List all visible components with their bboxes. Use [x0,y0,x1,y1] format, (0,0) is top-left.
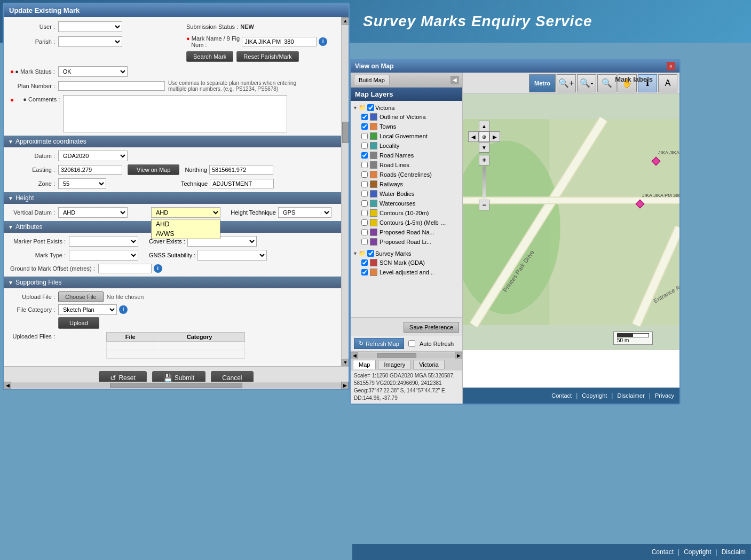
search-mark-button[interactable]: Search Mark [186,51,233,62]
refresh-map-button[interactable]: ↻ Refresh Map [354,338,404,349]
layer-centrelines-checkbox[interactable] [361,171,368,178]
layer-leveladj-checkbox[interactable] [361,269,368,275]
footer-disclaim[interactable]: Disclaim [722,548,746,556]
gnss-select[interactable] [197,250,267,261]
layers-scroll-right[interactable]: ▶ [455,352,462,359]
marker-post-select[interactable] [69,236,138,247]
build-map-tab[interactable]: Build Map [354,75,390,85]
layer-localgov-checkbox[interactable] [361,133,368,139]
zoom-in-button[interactable]: 🔍+ [557,74,576,92]
scroll-right-btn[interactable]: ▶ [341,382,349,389]
scroll-up-btn[interactable]: ▲ [342,17,349,25]
zoom-extent-button[interactable]: 🔍 [597,74,616,92]
zoom-in-nav-button[interactable]: + [479,155,489,165]
nav-down-button[interactable]: ▼ [479,142,489,153]
survey-marks-group-checkbox[interactable] [367,250,374,257]
scroll-down-btn[interactable]: ▼ [342,359,349,366]
map-tab-map[interactable]: Map [353,360,376,369]
layer-watercourses-checkbox[interactable] [361,200,368,207]
northing-input[interactable] [209,165,273,175]
height-technique-select[interactable]: GPS [278,207,331,218]
layers-scroll-left[interactable]: ◀ [351,352,358,359]
map-privacy-link[interactable]: Privacy [655,392,674,399]
layer-scn-checkbox[interactable] [361,259,368,266]
scale-bar-dark [618,334,633,337]
layer-contours1020-checkbox[interactable] [361,210,368,216]
map-close-button[interactable]: × [667,62,675,70]
map-layers-panel: Build Map ◀ Map Layers ▼ 📁 Victoria [351,73,463,404]
height-option-avws[interactable]: AVWS [152,229,220,239]
victoria-group-checkbox[interactable] [367,104,374,111]
user-select[interactable] [58,21,122,32]
comments-textarea[interactable] [63,95,287,132]
tab-collapse-button[interactable]: ◀ [450,76,459,84]
scroll-thumb[interactable] [342,122,349,143]
height-m-select[interactable]: AHD AVWS [151,207,220,218]
plan-number-input[interactable] [58,81,165,91]
scroll-thumb-h[interactable] [110,383,242,388]
view-on-map-button[interactable]: View on Map [128,164,179,175]
layers-scroll-thumb[interactable] [377,353,416,358]
nav-left-button[interactable]: ◀ [468,131,479,142]
nav-right-button[interactable]: ▶ [489,131,500,142]
metro-button[interactable]: Metro [529,74,556,92]
map-contact-link[interactable]: Contact [551,392,572,399]
layer-label: Local Government [380,133,428,139]
map-canvas[interactable]: Princes Park Drive Entrance Avenue ▲ ◀ ⊕… [463,94,679,350]
victoria-group-header[interactable]: ▼ 📁 Victoria [351,103,462,112]
datum-row: Datum : GDA2020 [10,151,342,161]
save-preference-button[interactable]: Save Preference [404,322,459,333]
file-category-info-icon[interactable]: i [119,305,128,314]
height-option-ahd[interactable]: AHD [152,219,220,229]
map-copyright-link[interactable]: Copyright [582,392,607,399]
user-label: User : [10,23,58,30]
footer-copyright[interactable]: Copyright [684,548,711,556]
vertical-datum-select[interactable]: AHD [58,207,128,218]
reset-label: Reset [118,374,135,382]
mark-status-select[interactable]: OK [58,66,128,77]
ground-mark-info-icon[interactable]: i [154,264,162,273]
parish-select[interactable] [58,36,122,47]
zoom-out-nav-button[interactable]: − [479,200,489,210]
auto-refresh-checkbox[interactable] [408,340,415,347]
layer-locality-checkbox[interactable] [361,143,368,149]
nav-center-button[interactable]: ⊕ [479,131,489,142]
mark-name-input[interactable] [242,37,317,46]
vertical-scrollbar[interactable]: ▲ ▼ [341,17,349,366]
layer-railways-checkbox[interactable] [361,181,368,187]
layer-proplines-checkbox[interactable] [361,239,368,245]
layer-outline-checkbox[interactable] [361,114,368,120]
layer-roadlines-checkbox[interactable] [361,162,368,168]
layer-waterbodies-checkbox[interactable] [361,191,368,197]
map-tab-imagery[interactable]: Imagery [378,360,411,369]
footer-contact[interactable]: Contact [652,548,674,556]
map-tab-victoria[interactable]: Victoria [413,360,444,369]
layer-roadnames-checkbox[interactable] [361,152,368,159]
zoom-out-button[interactable]: 🔍- [577,74,596,92]
upload-button[interactable]: Upload [58,317,99,329]
nav-up-button[interactable]: ▲ [479,121,489,131]
datum-select[interactable]: GDA2020 [58,151,128,161]
zone-select[interactable]: 55 [58,178,106,189]
choose-file-button[interactable]: Choose File [58,291,104,302]
label-button[interactable]: A [658,74,677,92]
ground-mark-input[interactable] [98,264,152,273]
gnss-label: GNSS Suitability : [149,252,195,258]
layers-hscroll[interactable]: ◀ ▶ [351,351,462,359]
layer-proproads-checkbox[interactable] [361,229,368,235]
layer-contours15-checkbox[interactable] [361,219,368,226]
height-dropdown[interactable]: AHD AVWS [151,219,220,239]
layer-road-names: Road Names [351,151,462,160]
technique-input[interactable] [210,179,274,188]
layer-towns-checkbox[interactable] [361,123,368,130]
scroll-left-btn[interactable]: ◀ [4,382,11,389]
map-view-area[interactable]: Metro 🔍+ 🔍- 🔍 ✋ ℹ A Mark labels [463,73,679,404]
mark-name-info-icon[interactable]: i [319,37,327,46]
survey-marks-group-header[interactable]: ▼ 📁 Survey Marks [351,249,462,258]
horizontal-scrollbar[interactable]: ◀ ▶ [4,382,349,389]
file-category-select[interactable]: Sketch Plan [58,304,117,315]
easting-input[interactable] [58,165,122,175]
mark-type-select[interactable] [69,250,138,261]
map-disclaimer-link[interactable]: Disclaimer [617,392,644,399]
reset-parish-button[interactable]: Reset Parish/Mark [236,51,298,62]
